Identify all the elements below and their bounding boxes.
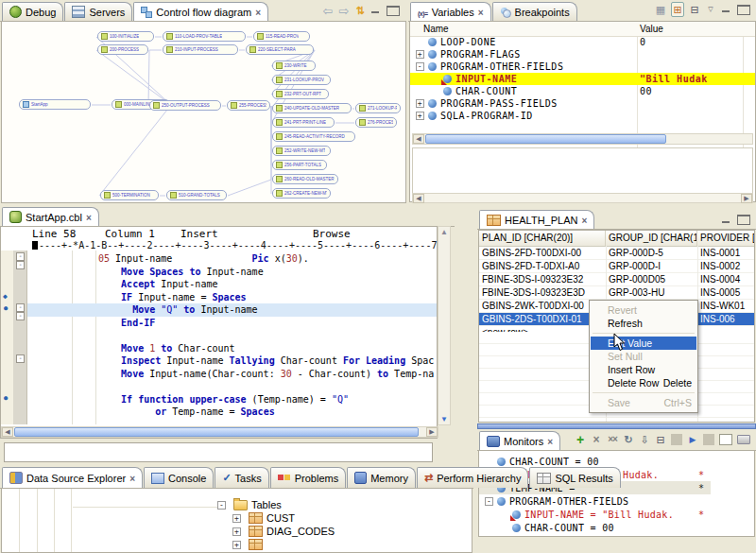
flow-node[interactable]: 262-CREATE-NEW-MT (272, 188, 331, 199)
code-line[interactable]: End-IF (27, 317, 437, 330)
collapse-all-icon[interactable] (689, 3, 700, 16)
view-tab[interactable]: Variables (410, 2, 491, 21)
name-column-header[interactable]: Name (423, 24, 449, 34)
scroll-down-arrow[interactable]: ▼ (439, 415, 449, 423)
tree-item[interactable]: - Tables (2, 498, 472, 511)
tab-startapp-cbl[interactable]: StartApp.cbl (2, 207, 99, 226)
code-line[interactable]: IF Input-name = Spaces (27, 291, 437, 304)
flow-node[interactable]: 276-PROCESS (355, 117, 397, 128)
expander-icon[interactable]: + (232, 541, 241, 549)
code-line[interactable]: Move "Q" to Input-name (27, 303, 437, 317)
view-tab[interactable]: Console (144, 467, 214, 488)
flow-node[interactable]: 115-READ-PROV (253, 31, 310, 42)
add-monitor-icon[interactable] (575, 433, 586, 446)
code-line[interactable]: 05 Input-name Pic x(30). (27, 252, 437, 266)
expander-icon[interactable]: + (416, 112, 424, 120)
forward-icon[interactable] (338, 4, 350, 17)
flow-node[interactable]: 210-INPUT-PROCESS (163, 44, 238, 55)
code-line[interactable]: Move 1 to Char-count (27, 342, 437, 355)
flow-node[interactable]: 200-PROCESS (97, 44, 148, 55)
scroll-left-arrow[interactable]: ◀ (2, 427, 13, 437)
sort-icon[interactable] (639, 433, 650, 446)
tree-item[interactable]: + CUST (2, 511, 472, 525)
expander-icon[interactable]: + (232, 514, 241, 523)
maximize-icon[interactable] (737, 215, 750, 225)
vertical-scrollbar[interactable]: ▲ ▼ (438, 226, 451, 425)
menu-item[interactable]: Insert Row (591, 363, 696, 376)
scroll-up-arrow[interactable]: ▲ (439, 228, 449, 236)
close-icon[interactable] (478, 7, 484, 18)
minimize-icon[interactable] (370, 6, 382, 15)
maximize-icon[interactable] (737, 5, 750, 15)
view-tab[interactable]: Debug (2, 2, 63, 21)
minimize-icon[interactable] (721, 216, 732, 225)
flow-node[interactable]: 240-UPDATE-OLD-MASTER (272, 103, 352, 113)
column-header[interactable]: PROVIDER [CHAR (697, 231, 755, 246)
flow-node[interactable]: 110-LOAD-PROV-TABLE (163, 31, 246, 42)
scrollbar-thumb[interactable] (425, 134, 666, 144)
expander-icon[interactable]: - (217, 501, 226, 510)
flow-node[interactable]: 256-PART-TOTALS (272, 160, 327, 170)
view-tab[interactable]: Perform Hierarchy (417, 467, 528, 488)
expander-icon[interactable] (485, 458, 493, 466)
flow-node[interactable]: 230-WRITE (272, 60, 316, 71)
table-row[interactable]: FBINE-3DS-I-09323E32 GRP-000D05 INS-0004 (479, 273, 754, 286)
monitor-entry[interactable]: CHAR-COUNT = 00 (479, 455, 754, 468)
close-icon[interactable] (255, 7, 261, 18)
view-tab[interactable]: Tasks (215, 467, 268, 488)
breakpoint-icon[interactable]: ● (4, 304, 8, 312)
monitor-entry[interactable]: CHAR-COUNT = 00 (479, 521, 754, 534)
code-line[interactable]: Inspect Input-name Tallying Char-count F… (27, 354, 437, 368)
variable-detail-pane[interactable] (412, 147, 753, 194)
code-area[interactable]: 05 Input-name Pic x(30). Move Spaces to … (1, 251, 437, 424)
menu-item[interactable] (593, 333, 695, 334)
view-tab[interactable]: Breakpoints (492, 2, 577, 21)
close-icon[interactable] (547, 436, 553, 447)
tab-monitors[interactable]: Monitors (479, 431, 560, 450)
value-column-header[interactable]: Value (640, 24, 663, 34)
flow-node[interactable]: 255-PROCESS-RM (227, 100, 270, 111)
monitor-entry[interactable]: INPUT-NAME = "Bill Hudak. * (479, 508, 754, 521)
tree-item[interactable]: + (2, 538, 472, 551)
instruction-pointer-icon[interactable]: ◆ (3, 292, 8, 301)
fold-toggle-icon[interactable]: - (16, 261, 25, 269)
expander-icon[interactable]: + (416, 50, 424, 59)
collapse-all-icon[interactable] (655, 433, 666, 446)
view-tab[interactable]: Memory (347, 467, 416, 488)
menu-item[interactable]: Set Null (591, 350, 696, 363)
fold-toggle-icon[interactable]: - (16, 303, 25, 312)
print-icon[interactable] (737, 435, 750, 444)
code-line[interactable] (27, 329, 437, 342)
view-tab[interactable]: Control flow diagram (133, 2, 268, 21)
flow-node[interactable]: 100-INITIALIZE (97, 31, 154, 42)
flow-node[interactable]: 245-READ-ACTIVITY-RECORD (272, 131, 355, 142)
back-icon[interactable] (322, 4, 334, 17)
minimize-icon[interactable] (721, 5, 732, 14)
expander-icon[interactable]: - (485, 497, 493, 506)
view-tab[interactable]: Servers (64, 2, 132, 21)
scroll-right-arrow[interactable]: ▶ (741, 194, 752, 203)
fold-toggle-icon[interactable]: - (16, 252, 25, 261)
scrollbar-thumb[interactable] (14, 427, 419, 437)
relayout-icon[interactable] (354, 4, 366, 17)
fold-toggle-icon[interactable]: - (16, 312, 25, 320)
code-line[interactable]: Move Input-name(Char-count: 30 - Char-co… (27, 368, 437, 381)
code-line[interactable]: If function upper-case (Temp-name) = "Q" (27, 393, 437, 406)
variable-row[interactable]: - PROGRAM-OTHER-FIELDS (410, 60, 755, 73)
fold-bar[interactable] (13, 251, 27, 424)
fold-toggle-icon[interactable]: - (16, 354, 25, 363)
flow-node[interactable]: 232-PRT-OUT-RPT (272, 89, 329, 99)
menu-item[interactable]: Revert (591, 303, 696, 317)
variable-row[interactable]: LOOP-DONE 0 (410, 36, 755, 48)
toolbar-separator[interactable] (703, 434, 714, 445)
column-header[interactable]: GROUP_ID [CHAR(10)] (606, 231, 697, 246)
view-tab[interactable]: SQL Results (529, 467, 620, 488)
code-line[interactable]: or Temp-name = Spaces (27, 406, 437, 419)
flow-node[interactable]: StartApp (19, 99, 91, 110)
tab-health-plan[interactable]: HEALTH_PLAN (479, 210, 594, 229)
refresh-icon[interactable] (623, 433, 634, 446)
flow-node[interactable]: 500-TERMINATION (100, 190, 159, 200)
flow-node[interactable]: 260-READ-OLD-MASTER (272, 174, 338, 184)
breakpoint-icon[interactable]: ● (4, 394, 8, 402)
expander-icon[interactable] (500, 510, 508, 519)
